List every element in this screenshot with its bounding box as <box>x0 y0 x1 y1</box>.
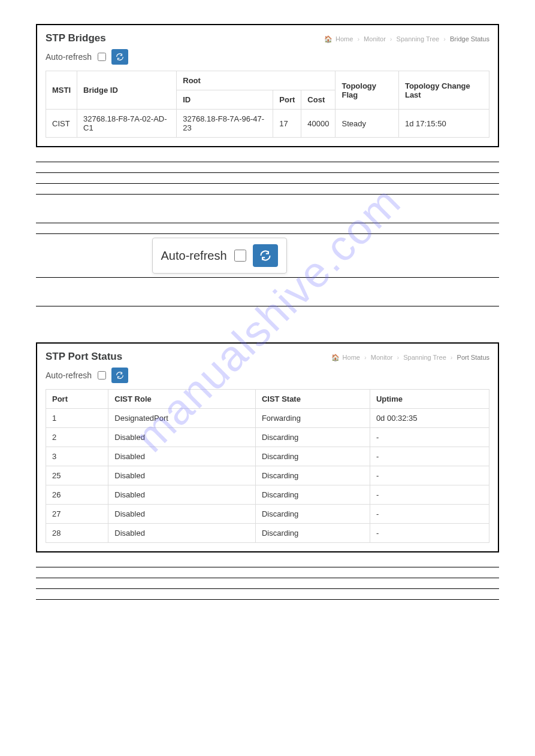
refresh-icon <box>116 53 124 61</box>
auto-refresh-label: Auto-refresh <box>161 249 227 263</box>
cell-bridge-id: 32768.18-F8-7A-02-AD-C1 <box>77 110 177 138</box>
cell-port: 17 <box>273 110 301 138</box>
table-row: 2DisabledDiscarding- <box>46 428 489 447</box>
cell-flag: Steady <box>335 110 398 138</box>
breadcrumb-spanning[interactable]: Spanning Tree <box>397 35 440 42</box>
stp-port-status-card: STP Port Status 🏠 Home › Monitor › Spann… <box>36 342 499 552</box>
table-row: CIST 32768.18-F8-7A-02-AD-C1 32768.18-F8… <box>46 110 489 138</box>
auto-refresh-pill: Auto-refresh <box>152 238 287 274</box>
col-topology-last: Topology Change Last <box>398 71 489 110</box>
col-state: CIST State <box>255 390 370 409</box>
breadcrumb-sep-icon: › <box>390 35 392 42</box>
table-row: 27DisabledDiscarding- <box>46 505 489 524</box>
definition-table <box>36 567 499 600</box>
col-topology-flag: Topology Flag <box>335 71 398 110</box>
cell-state: Discarding <box>255 505 370 524</box>
auto-refresh-row: Auto-refresh <box>46 368 489 383</box>
breadcrumb-current: Port Status <box>457 354 489 361</box>
auto-refresh-label: Auto-refresh <box>46 371 92 380</box>
cell-uptime: - <box>370 505 489 524</box>
cell-uptime: - <box>370 524 489 543</box>
col-role: CIST Role <box>108 390 256 409</box>
home-icon: 🏠 <box>331 354 340 361</box>
breadcrumb-spanning[interactable]: Spanning Tree <box>403 354 446 361</box>
cell-port: 27 <box>46 505 108 524</box>
stp-port-status-table: Port CIST Role CIST State Uptime 1Design… <box>46 389 489 543</box>
cell-role: Disabled <box>108 447 256 466</box>
cell-state: Forwarding <box>255 409 370 428</box>
table-row: 1DesignatedPortForwarding0d 00:32:35 <box>46 409 489 428</box>
cell-state: Discarding <box>255 485 370 505</box>
definition-table: Auto-refresh <box>36 162 499 306</box>
refresh-button[interactable] <box>111 49 128 65</box>
cell-role: Disabled <box>108 466 256 485</box>
breadcrumb-sep-icon: › <box>397 354 399 361</box>
breadcrumb-home[interactable]: Home <box>343 354 360 361</box>
cell-port: 25 <box>46 466 108 485</box>
breadcrumb: 🏠 Home › Monitor › Spanning Tree › Bridg… <box>324 35 489 43</box>
page-title: STP Port Status <box>46 351 331 363</box>
cell-cost: 40000 <box>301 110 335 138</box>
breadcrumb-current: Bridge Status <box>450 35 489 42</box>
col-port: Port <box>46 390 108 409</box>
breadcrumb-monitor[interactable]: Monitor <box>364 35 386 42</box>
auto-refresh-label: Auto-refresh <box>46 52 92 62</box>
cell-uptime: - <box>370 485 489 505</box>
cell-port: 28 <box>46 524 108 543</box>
auto-refresh-checkbox[interactable] <box>98 53 106 61</box>
col-root-group: Root <box>177 71 335 90</box>
auto-refresh-checkbox[interactable] <box>98 371 106 379</box>
cell-uptime: - <box>370 428 489 447</box>
cell-state: Discarding <box>255 466 370 485</box>
cell-role: Disabled <box>108 505 256 524</box>
cell-uptime: - <box>370 466 489 485</box>
col-port: Port <box>273 90 301 110</box>
cell-state: Discarding <box>255 447 370 466</box>
breadcrumb-sep-icon: › <box>357 35 359 42</box>
breadcrumb-sep-icon: › <box>451 354 453 361</box>
refresh-button[interactable] <box>253 244 278 267</box>
breadcrumb-sep-icon: › <box>443 35 446 42</box>
breadcrumb-monitor[interactable]: Monitor <box>371 354 393 361</box>
cell-role: Disabled <box>108 428 256 447</box>
cell-uptime: - <box>370 447 489 466</box>
auto-refresh-checkbox[interactable] <box>234 250 246 262</box>
auto-refresh-row: Auto-refresh <box>46 49 489 65</box>
cell-port: 3 <box>46 447 108 466</box>
table-row: 26DisabledDiscarding- <box>46 485 489 505</box>
cell-state: Discarding <box>255 428 370 447</box>
table-row: 3DisabledDiscarding- <box>46 447 489 466</box>
home-icon: 🏠 <box>324 35 333 42</box>
cell-last: 1d 17:15:50 <box>398 110 489 138</box>
cell-role: Disabled <box>108 485 256 505</box>
table-row: 25DisabledDiscarding- <box>46 466 489 485</box>
page-title: STP Bridges <box>46 32 324 44</box>
refresh-icon <box>116 371 124 379</box>
table-row: 28DisabledDiscarding- <box>46 524 489 543</box>
cell-root-id: 32768.18-F8-7A-96-47-23 <box>177 110 273 138</box>
col-cost: Cost <box>301 90 335 110</box>
col-msti: MSTI <box>46 71 77 110</box>
cell-uptime: 0d 00:32:35 <box>370 409 489 428</box>
col-bridge-id: Bridge ID <box>77 71 177 110</box>
col-uptime: Uptime <box>370 390 489 409</box>
cell-port: 2 <box>46 428 108 447</box>
cell-port: 1 <box>46 409 108 428</box>
cell-port: 26 <box>46 485 108 505</box>
refresh-icon <box>259 250 271 262</box>
cell-role: DesignatedPort <box>108 409 256 428</box>
cell-state: Discarding <box>255 524 370 543</box>
refresh-button[interactable] <box>111 368 128 383</box>
breadcrumb-home[interactable]: Home <box>335 35 353 42</box>
breadcrumb: 🏠 Home › Monitor › Spanning Tree › Port … <box>331 354 489 362</box>
col-root-id: ID <box>177 90 273 110</box>
breadcrumb-sep-icon: › <box>364 354 367 361</box>
msti-link[interactable]: CIST <box>46 110 77 138</box>
stp-bridges-table: MSTI Bridge ID Root Topology Flag Topolo… <box>46 71 489 138</box>
cell-role: Disabled <box>108 524 256 543</box>
stp-bridges-card: STP Bridges 🏠 Home › Monitor › Spanning … <box>36 24 499 147</box>
